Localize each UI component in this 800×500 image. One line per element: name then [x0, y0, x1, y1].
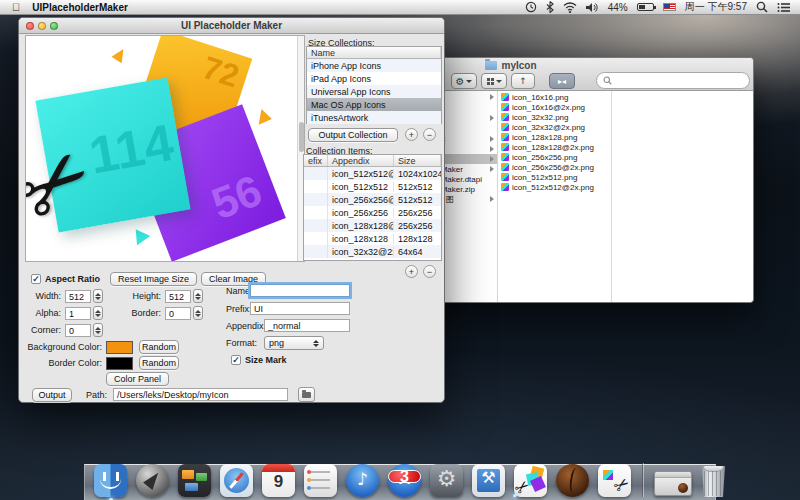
finder-selected-folder-row[interactable]	[438, 154, 497, 164]
dock-launchpad-icon[interactable]	[136, 464, 169, 497]
dock-system-preferences-icon[interactable]: ⚙	[430, 464, 463, 497]
collection-row-selected[interactable]: Mac OS App Icons	[307, 98, 441, 111]
collection-row[interactable]: iTunesArtwork	[307, 111, 441, 124]
height-stepper[interactable]	[193, 289, 203, 303]
output-collection-button[interactable]: Output Collection	[308, 128, 398, 142]
column-divider[interactable]	[611, 91, 612, 302]
reset-image-size-button[interactable]: Reset Image Size	[110, 272, 197, 286]
table-header[interactable]: Name	[307, 47, 441, 59]
file-row[interactable]: icon_512x512.png	[501, 172, 609, 182]
spotlight-icon[interactable]	[756, 1, 768, 13]
file-row[interactable]: icon_16x16.png	[501, 92, 609, 102]
file-row[interactable]: icon_512x512@2x.png	[501, 182, 609, 192]
border-color-swatch[interactable]	[106, 357, 133, 370]
table-header[interactable]: efix Appendix Size	[304, 155, 441, 167]
dock-scissors-app-icon[interactable]: ✂	[598, 464, 631, 497]
border-field[interactable]: 0	[165, 307, 191, 320]
finder-item-row[interactable]: rMaker.zip	[438, 184, 497, 194]
finder-item-row[interactable]: rMaker	[438, 164, 497, 174]
finder-share-button[interactable]: ↑	[511, 73, 535, 89]
dock-trash-icon[interactable]	[701, 466, 726, 497]
add-item-button[interactable]: +	[405, 265, 418, 278]
height-field[interactable]: 512	[165, 290, 191, 303]
collection-row[interactable]: iPhone App Icons	[307, 59, 441, 72]
color-panel-button[interactable]: Color Panel	[106, 372, 169, 386]
output-button[interactable]: Output	[32, 388, 72, 402]
finder-arrange-button[interactable]	[481, 73, 507, 89]
input-language-flag-icon[interactable]	[663, 3, 676, 11]
add-collection-button[interactable]: +	[405, 128, 418, 141]
file-row[interactable]: icon_256x256.png	[501, 152, 609, 162]
finder-item-row[interactable]: rMaker.dtapi	[438, 174, 497, 184]
border-random-button[interactable]: Random	[139, 356, 179, 370]
app-titlebar[interactable]: UI Placeholder Maker	[19, 18, 444, 34]
finder-folder-row[interactable]	[438, 144, 497, 154]
dock-itunes-icon[interactable]: ♪	[346, 464, 379, 497]
alpha-stepper[interactable]	[93, 306, 103, 320]
format-popup[interactable]: png	[264, 336, 324, 350]
bluetooth-icon[interactable]	[546, 1, 554, 13]
path-field[interactable]: /Users/leks/Desktop/myIcon	[113, 388, 288, 401]
minimize-button[interactable]	[38, 22, 46, 30]
finder-collapse-button[interactable]: ▸◂	[549, 73, 575, 89]
width-stepper[interactable]	[93, 289, 103, 303]
zoom-button[interactable]	[50, 22, 58, 30]
finder-folder-row[interactable]	[438, 92, 497, 102]
battery-icon[interactable]	[637, 3, 654, 11]
size-mark-checkbox[interactable]: ✓	[231, 355, 241, 365]
corner-field[interactable]: 0	[65, 324, 91, 337]
prefix-field[interactable]: UI	[250, 302, 350, 315]
dock-minimized-window-icon[interactable]	[654, 471, 692, 496]
file-row[interactable]: icon_128x128.png	[501, 132, 609, 142]
finder-folder-row[interactable]	[438, 113, 497, 123]
image-preview[interactable]: 72 56 114 ✂	[25, 35, 305, 262]
item-row[interactable]: icon_32x32@2x64x64	[304, 245, 441, 258]
appendix-field[interactable]: _normal	[264, 319, 350, 332]
time-machine-icon[interactable]	[525, 1, 537, 13]
background-color-swatch[interactable]	[106, 341, 133, 354]
finder-action-menu-button[interactable]: ⚙	[451, 73, 477, 89]
close-button[interactable]	[26, 22, 34, 30]
file-row[interactable]: icon_128x128@2x.png	[501, 142, 609, 152]
dock-app-store-icon[interactable]: A3	[388, 464, 421, 497]
alpha-field[interactable]: 1	[65, 307, 91, 320]
remove-item-button[interactable]: −	[423, 265, 436, 278]
finder-search-field[interactable]	[596, 72, 750, 89]
finder-folder-row[interactable]: 果图	[438, 194, 497, 204]
notification-center-icon[interactable]	[777, 2, 790, 13]
dock-reminders-icon[interactable]	[304, 464, 337, 497]
choose-folder-button[interactable]	[298, 387, 315, 402]
remove-collection-button[interactable]: −	[423, 128, 436, 141]
item-row[interactable]: icon_256x256@2x512x512	[304, 193, 441, 206]
file-row[interactable]: icon_16x16@2x.png	[501, 102, 609, 112]
finder-folder-row[interactable]: 本	[438, 134, 497, 144]
width-field[interactable]: 512	[65, 290, 91, 303]
dock-finder-icon[interactable]	[94, 464, 127, 497]
item-row[interactable]: icon_512x512512x512	[304, 180, 441, 193]
file-row[interactable]: icon_32x32@2x.png	[501, 122, 609, 132]
file-row[interactable]: icon_32x32.png	[501, 112, 609, 122]
item-row[interactable]: icon_256x256256x256	[304, 206, 441, 219]
dock-mission-control-icon[interactable]	[178, 464, 211, 497]
dock-calendar-icon[interactable]: 9	[262, 464, 295, 497]
collection-row[interactable]: iPad App Icons	[307, 72, 441, 85]
menu-app-name[interactable]: UIPlaceholderMaker	[32, 2, 128, 13]
wifi-icon[interactable]	[563, 2, 577, 13]
column-divider[interactable]	[497, 91, 498, 302]
name-field[interactable]	[250, 284, 350, 297]
dock-bean-icon[interactable]	[556, 464, 589, 497]
border-stepper[interactable]	[193, 306, 203, 320]
volume-icon[interactable]	[586, 2, 599, 13]
background-random-button[interactable]: Random	[139, 340, 179, 354]
dock-safari-icon[interactable]	[220, 464, 253, 497]
scrollbar-thumb[interactable]	[299, 122, 304, 152]
battery-percent[interactable]: 44%	[608, 2, 628, 13]
dock-xcode-icon[interactable]: ⚒	[472, 464, 505, 497]
collection-row[interactable]: Universal App Icons	[307, 85, 441, 98]
menu-clock[interactable]: 周一 下午9:57	[685, 0, 747, 14]
item-row[interactable]: icon_128x128@2x256x256	[304, 219, 441, 232]
dock-ui-placeholder-maker-icon[interactable]: ✂	[514, 464, 547, 497]
file-row[interactable]: icon_256x256@2x.png	[501, 162, 609, 172]
apple-menu-icon[interactable]: 	[12, 1, 20, 13]
item-row[interactable]: icon_128x128128x128	[304, 232, 441, 245]
